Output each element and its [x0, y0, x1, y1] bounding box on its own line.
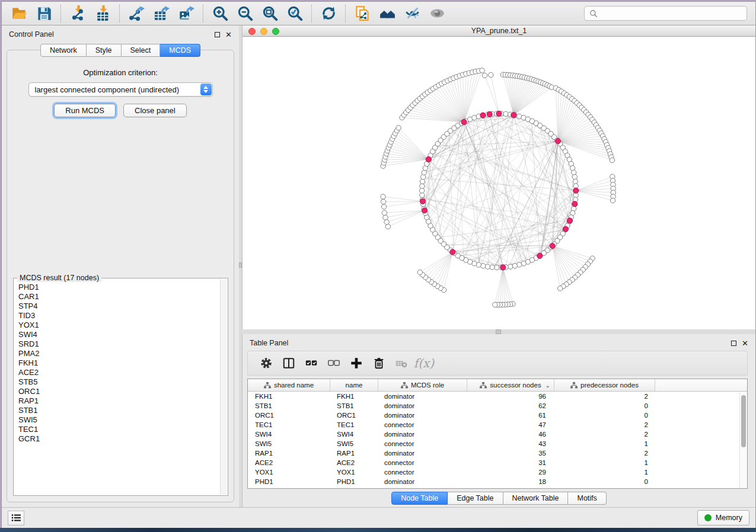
window-close-icon[interactable] — [248, 28, 256, 35]
criterion-select[interactable]: largest connected component (undirected) — [28, 82, 213, 97]
mcds-node[interactable] — [487, 111, 492, 117]
float-panel-icon[interactable] — [215, 32, 220, 37]
mcds-node[interactable] — [461, 119, 467, 124]
table-row[interactable]: SWI4SWI4dominator462 — [248, 430, 739, 439]
mcds-node[interactable] — [555, 139, 560, 144]
network-node[interactable] — [381, 194, 385, 199]
mcds-result-item[interactable]: RAP1 — [18, 396, 220, 406]
network-node[interactable] — [480, 68, 484, 73]
network-node[interactable] — [385, 224, 390, 229]
table-row[interactable]: ACE2ACE2connector311 — [248, 458, 739, 467]
mcds-node[interactable] — [420, 198, 425, 204]
mcds-node[interactable] — [572, 201, 578, 207]
add-column-button[interactable] — [345, 353, 368, 373]
float-panel-icon[interactable] — [731, 341, 736, 346]
new-network-from-selection-button[interactable] — [350, 3, 375, 24]
network-node[interactable] — [383, 215, 388, 220]
network-node[interactable] — [558, 286, 563, 291]
network-node[interactable] — [396, 126, 401, 130]
function-builder-button[interactable]: f(x) — [413, 353, 435, 373]
close-panel-icon[interactable]: ✕ — [742, 341, 748, 346]
import-table-button[interactable] — [90, 3, 115, 24]
refresh-view-button[interactable] — [316, 3, 341, 24]
mcds-node[interactable] — [573, 188, 579, 193]
deselect-all-button[interactable] — [323, 353, 345, 373]
mcds-node[interactable] — [567, 218, 572, 223]
table-row[interactable]: SWI5SWI5connector431 — [248, 439, 739, 448]
network-node[interactable] — [517, 262, 522, 267]
export-image-button[interactable] — [174, 3, 199, 24]
table-row[interactable]: PHD1PHD1dominator180 — [248, 477, 739, 486]
mcds-node[interactable] — [426, 156, 431, 162]
network-node[interactable] — [381, 199, 385, 204]
mcds-result-item[interactable]: YOX1 — [18, 321, 220, 330]
mcds-node[interactable] — [537, 253, 543, 258]
mcds-result-item[interactable]: SWI5 — [18, 415, 220, 425]
table-options-button[interactable] — [255, 353, 277, 373]
column-header-MCDS-role[interactable]: MCDS role — [378, 379, 467, 391]
show-columns-button[interactable] — [277, 353, 300, 373]
delete-column-button[interactable] — [368, 353, 390, 373]
table-row[interactable]: STB1STB1dominator620 — [248, 401, 739, 411]
network-node[interactable] — [512, 264, 517, 268]
network-node[interactable] — [573, 179, 578, 184]
mcds-node[interactable] — [496, 111, 502, 116]
network-node[interactable] — [382, 210, 387, 215]
table-scrollbar[interactable] — [739, 392, 747, 488]
tab-network[interactable]: Network — [40, 44, 87, 57]
mcds-result-item[interactable]: STB5 — [18, 377, 220, 387]
mcds-result-item[interactable]: STB1 — [18, 406, 220, 415]
splitter-grip[interactable] — [239, 262, 242, 268]
network-node[interactable] — [420, 184, 425, 188]
tab-motifs[interactable]: Motifs — [568, 492, 606, 505]
network-node[interactable] — [489, 72, 493, 77]
window-minimize-icon[interactable] — [260, 28, 267, 35]
mcds-result-scrollbar[interactable] — [220, 279, 227, 495]
tab-select[interactable]: Select — [122, 44, 161, 57]
horizontal-splitter[interactable] — [242, 329, 755, 334]
import-network-button[interactable] — [65, 3, 90, 24]
network-node[interactable] — [482, 73, 487, 78]
mcds-result-item[interactable]: FKH1 — [18, 358, 220, 368]
mcds-node[interactable] — [480, 113, 486, 118]
task-history-button[interactable] — [8, 511, 24, 525]
save-session-button[interactable] — [31, 3, 56, 24]
network-node[interactable] — [420, 193, 425, 197]
network-node[interactable] — [610, 198, 615, 203]
delete-table-button[interactable] — [390, 353, 413, 373]
column-header-shared-name[interactable]: shared name — [248, 379, 330, 391]
table-row[interactable]: YOX1YOX1connector291 — [248, 467, 739, 477]
mcds-node[interactable] — [550, 243, 555, 249]
table-row[interactable]: ORC1ORC1dominator610 — [248, 411, 739, 420]
mcds-result-item[interactable]: TEC1 — [18, 425, 220, 434]
mcds-result-item[interactable]: CAR1 — [18, 292, 220, 302]
table-row[interactable]: FKH1FKH1dominator962 — [248, 392, 739, 401]
network-node[interactable] — [417, 270, 422, 274]
mcds-result-item[interactable]: STP4 — [18, 302, 220, 311]
mcds-node[interactable] — [563, 226, 568, 232]
zoom-selected-button[interactable] — [282, 3, 307, 24]
mcds-node[interactable] — [500, 265, 506, 270]
mcds-result-item[interactable]: GCR1 — [18, 434, 220, 444]
select-all-button[interactable] — [300, 353, 323, 373]
mcds-result-item[interactable]: PMA2 — [18, 349, 220, 358]
open-file-button[interactable] — [7, 3, 31, 24]
zoom-in-button[interactable] — [208, 3, 232, 24]
zoom-fit-button[interactable] — [257, 3, 282, 24]
export-network-button[interactable] — [124, 3, 149, 24]
network-node[interactable] — [508, 264, 512, 269]
column-header-name[interactable]: name — [330, 379, 378, 391]
show-all-button[interactable] — [425, 3, 449, 24]
run-mcds-button[interactable]: Run MCDS — [54, 104, 116, 117]
mcds-node[interactable] — [450, 249, 455, 255]
table-row[interactable]: RAP1RAP1dominator352 — [248, 448, 739, 458]
network-node[interactable] — [572, 175, 577, 180]
mcds-result-item[interactable]: TID3 — [18, 311, 220, 321]
scrollbar-thumb[interactable] — [741, 395, 746, 447]
network-node[interactable] — [490, 265, 495, 270]
network-node[interactable] — [384, 220, 389, 225]
mcds-result-item[interactable]: ORC1 — [18, 387, 220, 396]
memory-button[interactable]: Memory — [697, 510, 749, 525]
network-node[interactable] — [493, 302, 497, 307]
mcds-node[interactable] — [511, 113, 516, 118]
